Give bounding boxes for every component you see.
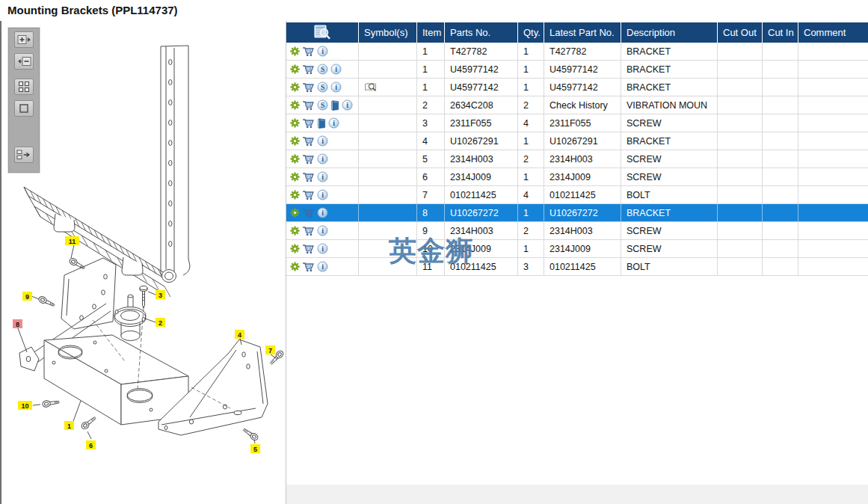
cell-parts-no: 2314H003 — [445, 222, 518, 240]
cell-description: SCREW — [621, 240, 718, 258]
diagram-callout-7[interactable]: 7 — [265, 345, 275, 354]
info-icon[interactable]: i — [330, 82, 342, 93]
cell-latest-part-no: Check History — [544, 96, 621, 114]
open-book-magnifier-icon[interactable] — [364, 82, 378, 93]
gear-icon[interactable] — [290, 46, 300, 56]
cell-latest-part-no: 2314H003 — [544, 222, 621, 240]
diagram-callout-11[interactable]: 11 — [65, 236, 79, 245]
info-icon[interactable]: i — [330, 64, 342, 75]
table-row[interactable]: i102314J00912314J009SCREW — [286, 240, 868, 258]
info-icon[interactable]: i — [342, 99, 353, 111]
cell-comment — [798, 150, 868, 168]
cart-icon[interactable] — [302, 136, 315, 147]
table-scrollbar-track[interactable] — [286, 485, 868, 504]
cell-cut-in — [763, 132, 798, 150]
cart-icon[interactable] — [302, 262, 315, 272]
table-row[interactable]: Si1U459771421U45977142BRACKET — [286, 61, 868, 79]
cart-icon[interactable] — [302, 208, 315, 218]
gear-icon[interactable] — [290, 262, 300, 271]
cart-icon[interactable] — [302, 118, 315, 129]
info-icon[interactable]: i — [317, 261, 328, 272]
overview-grid-icon — [18, 81, 30, 93]
book-icon[interactable] — [330, 100, 339, 111]
diagram-callout-10[interactable]: 10 — [18, 401, 32, 410]
gear-icon[interactable] — [290, 118, 300, 128]
cell-comment — [798, 222, 868, 240]
table-row[interactable]: i62314J00912314J009SCREW — [286, 168, 868, 186]
gear-icon[interactable] — [290, 100, 300, 110]
zoom-out-button[interactable] — [14, 53, 34, 70]
gear-icon[interactable] — [290, 244, 300, 253]
cell-latest-part-no: T427782 — [544, 43, 621, 61]
cell-comment — [798, 204, 868, 222]
info-icon[interactable]: i — [317, 189, 328, 200]
info-icon[interactable]: i — [317, 153, 328, 165]
cell-comment — [798, 258, 868, 276]
zoom-in-icon — [17, 34, 31, 46]
gear-icon[interactable] — [290, 136, 300, 146]
table-row[interactable]: i70102114254010211425BOLT — [286, 186, 868, 204]
cart-icon[interactable] — [302, 190, 315, 200]
cart-icon[interactable] — [302, 64, 315, 75]
zoom-in-button[interactable] — [14, 31, 34, 48]
cell-qty: 2 — [518, 96, 544, 114]
info-icon[interactable]: i — [317, 171, 328, 182]
table-row[interactable]: Si22634C2082Check HistoryVIBRATION MOUN — [286, 96, 868, 114]
diagram-callout-9[interactable]: 9 — [22, 292, 32, 301]
diagram-callout-6[interactable]: 6 — [86, 440, 96, 449]
table-row[interactable]: i52314H00322314H003SCREW — [286, 150, 868, 168]
toggle-parts-list-button[interactable] — [14, 147, 34, 163]
book-icon[interactable] — [317, 118, 326, 129]
s-badge-icon[interactable]: S — [317, 64, 328, 75]
info-icon[interactable]: i — [317, 225, 328, 236]
cell-symbol — [359, 168, 417, 186]
info-icon[interactable]: i — [328, 117, 339, 129]
diagram-callout-8[interactable]: 8 — [13, 319, 22, 328]
table-row[interactable]: i92314H00322314H003SCREW — [286, 222, 868, 240]
diagram-callout-5[interactable]: 5 — [250, 444, 260, 453]
diagram-callout-2[interactable]: 2 — [156, 318, 165, 327]
cart-icon[interactable] — [302, 82, 315, 93]
cart-icon[interactable] — [302, 226, 315, 236]
gear-icon[interactable] — [290, 82, 300, 92]
cell-description: BRACKET — [621, 43, 718, 61]
cell-qty: 1 — [518, 61, 544, 79]
cart-icon[interactable] — [302, 244, 315, 254]
diagram-callout-1[interactable]: 1 — [64, 421, 74, 430]
cell-parts-no: 2314H003 — [445, 150, 518, 168]
diagram-panel[interactable]: 1193284710165 — [1, 21, 286, 504]
table-row[interactable]: i32311F05542311F055SCREW — [286, 114, 868, 132]
info-icon[interactable]: i — [317, 46, 328, 57]
table-row[interactable]: i110102114253010211425BOLT — [286, 258, 868, 276]
table-row[interactable]: i1T4277821T427782BRACKET — [286, 43, 868, 61]
s-badge-icon[interactable]: S — [317, 99, 328, 111]
table-row[interactable]: i4U102672911U10267291BRACKET — [286, 132, 868, 150]
cell-cut-out — [718, 222, 763, 240]
cart-icon[interactable] — [302, 46, 315, 57]
info-icon[interactable]: i — [317, 135, 328, 147]
gear-icon[interactable] — [290, 190, 300, 200]
actual-size-button[interactable] — [14, 100, 34, 117]
table-row[interactable]: Si1U459771421U45977142BRACKET — [286, 79, 868, 96]
info-icon[interactable]: i — [317, 207, 328, 218]
svg-text:i: i — [335, 83, 337, 91]
cart-icon[interactable] — [302, 100, 315, 111]
gear-icon[interactable] — [290, 226, 300, 236]
diagram-callout-3[interactable]: 3 — [156, 290, 165, 299]
parts-diagram[interactable]: 1193284710165 — [1, 21, 286, 504]
cart-icon[interactable] — [302, 154, 315, 165]
s-badge-icon[interactable]: S — [317, 82, 328, 93]
cell-item: 5 — [417, 150, 445, 168]
info-icon[interactable]: i — [317, 243, 328, 254]
cart-icon[interactable] — [302, 172, 315, 182]
gear-icon[interactable] — [290, 208, 300, 218]
cell-comment — [798, 79, 868, 96]
gear-icon[interactable] — [290, 64, 300, 74]
cell-cut-out — [718, 79, 763, 96]
gear-icon[interactable] — [290, 154, 300, 164]
diagram-callout-4[interactable]: 4 — [235, 330, 244, 339]
table-row-selected[interactable]: i8U102672721U10267272BRACKET — [286, 204, 868, 222]
gear-icon[interactable] — [290, 172, 300, 182]
overview-button[interactable] — [14, 79, 34, 95]
cell-description: SCREW — [621, 222, 718, 240]
